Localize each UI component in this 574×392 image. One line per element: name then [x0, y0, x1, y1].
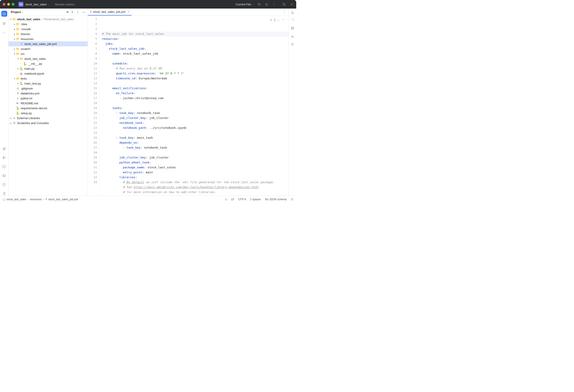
minimize-window-button[interactable] [7, 3, 10, 6]
tree-folder-pkg[interactable]: ▾📁stock_last_sales [9, 56, 88, 61]
editor-area: Y stock_last_sales_job.yml × ⋮ 123456789… [88, 9, 288, 196]
ai-assistant-icon[interactable] [291, 19, 294, 22]
project-name: stock_last_sales [25, 3, 47, 6]
tree-file-reqs[interactable]: 🐍requirements-dev.txt [9, 106, 88, 111]
project-tool-button[interactable] [1, 11, 7, 17]
svg-point-7 [3, 158, 4, 159]
line-gutter: 1234567891011121314151617181920212223242… [88, 16, 100, 196]
project-panel-title: Project [11, 10, 21, 14]
tree-folder-idea[interactable]: ▸📁.idea [9, 21, 88, 27]
editor-tabs: Y stock_last_sales_job.yml × ⋮ [88, 9, 288, 16]
more-tool-button[interactable]: ⋯ [2, 31, 6, 35]
tree-file-main[interactable]: ▸🐍main.py [9, 66, 88, 71]
close-tab-icon[interactable]: × [128, 10, 129, 14]
svg-point-13 [291, 27, 294, 28]
tree-folder-scratch[interactable]: ▸📁scratch [9, 46, 88, 51]
prev-highlight-icon[interactable]: ︿ [277, 18, 280, 22]
database-tool-icon[interactable] [291, 27, 294, 30]
tree-scratches[interactable]: ▸⧉Scratches and Consoles [9, 120, 88, 125]
debug-icon[interactable] [265, 3, 268, 6]
tree-file-databricks[interactable]: Ydatabricks.yml [9, 91, 88, 96]
status-schema[interactable]: No JSON schema [265, 198, 287, 201]
status-line-sep[interactable]: LF [231, 198, 234, 201]
crumb-dir[interactable]: resources [30, 198, 42, 201]
project-badge: SS [19, 2, 23, 7]
maximize-window-button[interactable] [12, 3, 14, 6]
right-tool-rail [288, 9, 296, 196]
tree-file-init[interactable]: 🐍__init__.py [9, 61, 88, 66]
tree-folder-fixtures[interactable]: ▸📁fixtures [9, 32, 88, 37]
editor-tab-active[interactable]: Y stock_last_sales_job.yml × [88, 9, 132, 16]
svg-rect-9 [3, 175, 5, 177]
project-selector[interactable]: stock_last_sales ⌄ [25, 3, 49, 6]
structure-tool-button[interactable] [2, 21, 6, 26]
tree-folder-src[interactable]: ▾📁src [9, 51, 88, 56]
project-panel: Project ⌄ ⇅ × ⋮ — ▾📁stock_last_sales~/Te… [9, 9, 88, 196]
terminal-tool-button[interactable] [2, 173, 6, 178]
layers-tool-button[interactable] [2, 147, 6, 150]
run-config-selector[interactable]: Current File ⌄ [236, 3, 254, 6]
chevron-down-icon: ⌄ [252, 3, 254, 6]
next-highlight-icon[interactable]: ﹀ [282, 18, 285, 22]
status-aim-icon[interactable]: ◎ [225, 198, 227, 201]
tree-file-main-test[interactable]: ▸🐍main_test.py [9, 81, 88, 86]
vcs-tool-button[interactable] [2, 155, 6, 160]
tree-folder-resources[interactable]: ▾📁resources [9, 37, 88, 41]
hide-panel-icon[interactable]: — [82, 10, 85, 14]
close-window-button[interactable] [3, 3, 5, 6]
sciview-tool-icon[interactable] [291, 34, 294, 38]
crumb-root[interactable]: stock_last_sales [6, 198, 26, 201]
root-name: stock_last_sales [17, 18, 40, 21]
git-tool-button[interactable] [2, 191, 6, 196]
project-panel-header: Project ⌄ ⇅ × ⋮ — [9, 9, 88, 16]
collapse-icon[interactable]: × [71, 10, 73, 14]
settings-icon[interactable] [290, 2, 293, 6]
databricks-tool-icon[interactable] [291, 42, 294, 46]
status-encoding[interactable]: UTF-8 [238, 198, 246, 201]
inspection-widget[interactable]: ✗ 2 ︿ ﹀ [269, 17, 286, 23]
code-content[interactable]: ✗ 2 ︿ ﹀ # The main job for stock_last_sa… [100, 16, 288, 196]
tree-root[interactable]: ▾📁stock_last_sales~/Temp/stock_last_sale… [9, 17, 88, 21]
status-lock-icon[interactable] [291, 198, 293, 201]
search-icon[interactable] [283, 3, 286, 6]
tree-file-readme[interactable]: M↓README.md [9, 101, 88, 106]
tab-options-icon[interactable]: ⋮ [283, 10, 286, 14]
project-view-selector[interactable]: Project ⌄ [11, 10, 23, 14]
svg-point-8 [4, 157, 5, 158]
notifications-icon[interactable] [291, 11, 294, 14]
tree-folder-tests[interactable]: ▾📁tests [9, 76, 88, 81]
titlebar: SS stock_last_sales ⌄ Version control ⌄ … [0, 0, 296, 9]
tree-external-libraries[interactable]: ▸⧈External Libraries [9, 115, 88, 120]
tree-file-notebook[interactable]: ◐notebook.ipynb [9, 71, 88, 76]
svg-rect-14 [291, 199, 293, 200]
status-indent[interactable]: 2 spaces [250, 198, 261, 201]
run-icon[interactable] [258, 3, 261, 6]
crumb-separator: › [28, 198, 29, 201]
tree-file-setup[interactable]: 🐍setup.py [9, 111, 88, 115]
tree-file-job-yml[interactable]: Ystock_last_sales_job.yml [9, 41, 88, 46]
inspection-count: 2 [274, 18, 276, 22]
select-opened-file-icon[interactable]: ⇅ [65, 11, 69, 13]
tree-file-gitignore[interactable]: ⊘.gitignore [9, 86, 88, 91]
tree-folder-vscode[interactable]: ▸📁.vscode [9, 27, 88, 32]
chevron-down-icon: ⌄ [75, 3, 77, 6]
tab-label: stock_last_sales_job.yml [93, 10, 125, 14]
code-editor[interactable]: 1234567891011121314151617181920212223242… [88, 16, 288, 196]
crumb-file[interactable]: stock_last_sales_job.yml [48, 198, 78, 201]
tree-file-pytest[interactable]: ≡pytest.ini [9, 96, 88, 101]
panel-options-icon[interactable]: ⋮ [76, 10, 79, 14]
version-control-menu[interactable]: Version control ⌄ [55, 3, 77, 6]
chevron-down-icon: ⌄ [47, 3, 49, 6]
more-icon[interactable]: ⋮ [272, 3, 275, 6]
window-controls [3, 3, 14, 6]
crumb-separator: › [43, 198, 44, 201]
svg-point-6 [3, 156, 4, 157]
svg-point-1 [283, 3, 285, 5]
warning-icon: ✗ [270, 18, 272, 22]
status-bar: ▢ stock_last_sales › resources › Y stock… [0, 196, 296, 203]
version-control-label: Version control [55, 3, 74, 6]
problems-tool-button[interactable] [2, 183, 6, 187]
breadcrumbs[interactable]: ▢ stock_last_sales › resources › Y stock… [3, 198, 78, 201]
services-tool-button[interactable] [2, 165, 6, 168]
project-tree[interactable]: ▾📁stock_last_sales~/Temp/stock_last_sale… [9, 16, 88, 196]
